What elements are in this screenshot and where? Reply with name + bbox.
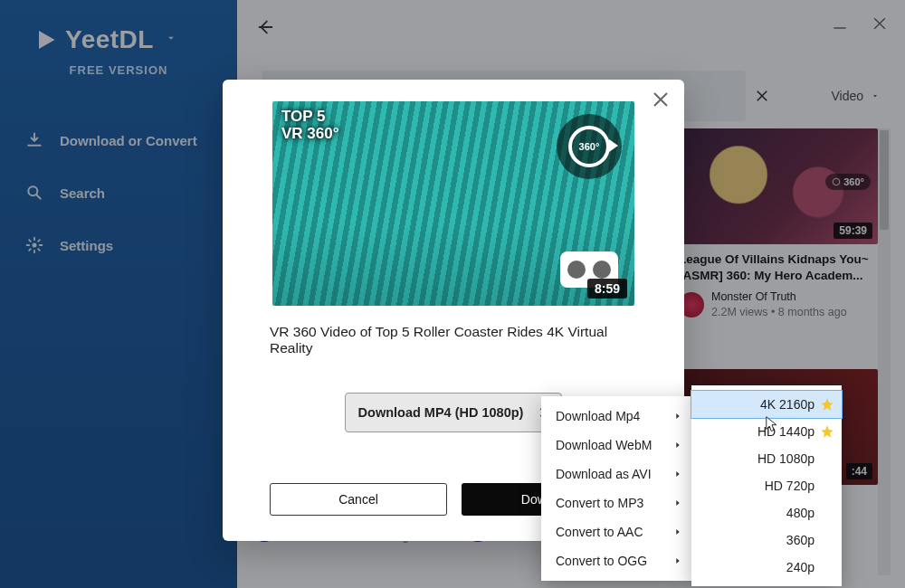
download-format-label: Download MP4 (HD 1080p) xyxy=(358,405,524,420)
close-icon[interactable] xyxy=(650,89,672,110)
format-context-menu: Download Mp4 Download WebM Download as A… xyxy=(541,396,693,581)
ctxmenu-item-avi[interactable]: Download as AVI xyxy=(541,460,693,488)
ctxmenu-item-webm[interactable]: Download WebM xyxy=(541,431,693,460)
chevron-right-icon xyxy=(673,556,682,565)
modal-title: VR 360 Video of Top 5 Roller Coaster Rid… xyxy=(270,324,637,356)
download-format-button[interactable]: Download MP4 (HD 1080p) xyxy=(345,393,562,432)
chevron-right-icon xyxy=(673,469,682,479)
ctxmenu-item-ogg[interactable]: Convert to OGG xyxy=(541,546,693,575)
ctxmenu-item-aac[interactable]: Convert to AAC xyxy=(541,517,693,546)
chevron-right-icon xyxy=(673,441,682,450)
resolution-hd-720p[interactable]: HD 720p xyxy=(691,472,842,499)
chevron-right-icon xyxy=(673,498,682,507)
star-icon xyxy=(820,397,834,412)
ctxmenu-item-mp3[interactable]: Convert to MP3 xyxy=(541,488,693,517)
star-icon xyxy=(820,424,834,439)
ctxmenu-item-mp4[interactable]: Download Mp4 xyxy=(541,402,693,431)
thumb-overlay-text: TOP 5 VR 360° xyxy=(281,109,339,142)
duration-chip: 8:59 xyxy=(587,279,627,299)
resolution-480p[interactable]: 480p xyxy=(691,499,842,526)
resolution-360p[interactable]: 360p xyxy=(691,526,842,554)
chevron-right-icon xyxy=(673,527,682,536)
chevron-right-icon xyxy=(673,412,682,421)
resolution-hd-1080p[interactable]: HD 1080p xyxy=(691,445,842,472)
resolution-240p[interactable]: 240p xyxy=(691,554,842,581)
mouse-cursor xyxy=(766,416,778,432)
icon-360 xyxy=(557,114,622,179)
cancel-button[interactable]: Cancel xyxy=(270,483,447,516)
resolution-4k-2160p[interactable]: 4K 2160p xyxy=(691,391,842,418)
modal-thumbnail: TOP 5 VR 360° 8:59 xyxy=(272,101,634,306)
